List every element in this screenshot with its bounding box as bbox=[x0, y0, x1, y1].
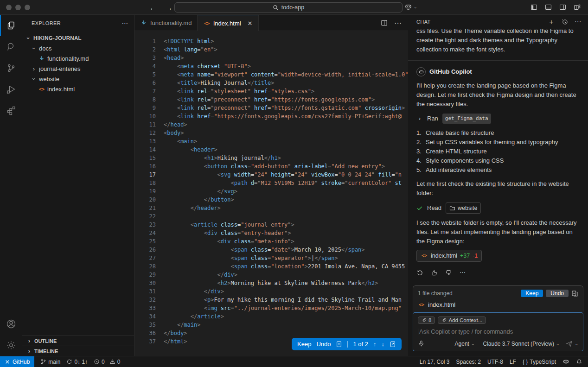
code-line-15[interactable]: 15 <h1>Hiking journal</h1> bbox=[134, 154, 408, 162]
remote-indicator[interactable]: GitHub bbox=[0, 356, 34, 367]
new-chat-icon[interactable]: ＋ bbox=[548, 18, 555, 26]
notifications-bell-icon[interactable] bbox=[576, 359, 582, 365]
code-line-11[interactable]: 11</head> bbox=[134, 120, 408, 129]
code-line-33[interactable]: 33 <img src="../journal-enteries/images/… bbox=[134, 304, 408, 312]
tree-item-root[interactable]: › HIKING-JOURNAL bbox=[22, 33, 134, 43]
code-line-23[interactable]: 23 <article class="journal-entry"> bbox=[134, 221, 408, 229]
code-line-28[interactable]: 28 <span class="location">2201 Imola Ave… bbox=[134, 262, 408, 271]
tab-index-html[interactable]: <> index.html ✕ bbox=[198, 15, 258, 31]
settings-gear-icon[interactable] bbox=[0, 335, 22, 356]
copilot-menu[interactable]: ⌄ bbox=[404, 3, 417, 11]
keep-button[interactable]: Keep bbox=[521, 290, 543, 297]
copilot-status-icon[interactable] bbox=[562, 358, 569, 365]
code-line-4[interactable]: 4 <meta charset="UTF-8"> bbox=[134, 62, 408, 70]
tree-item-index-html[interactable]: <>index.html bbox=[22, 84, 134, 94]
git-branch-status[interactable]: main bbox=[40, 359, 60, 365]
code-line-6[interactable]: 6 <title>Hiking Journal</title> bbox=[134, 79, 408, 87]
code-line-7[interactable]: 7 <link rel="stylesheet" href="styles.cs… bbox=[134, 87, 408, 95]
code-line-34[interactable]: 34 </article> bbox=[134, 312, 408, 321]
close-window-icon[interactable] bbox=[6, 5, 12, 10]
code-line-14[interactable]: 14 <header> bbox=[134, 146, 408, 154]
toggle-secondary-sidebar-icon[interactable] bbox=[559, 4, 566, 11]
customize-layout-icon[interactable] bbox=[574, 4, 581, 11]
keep-button[interactable]: Keep bbox=[297, 341, 311, 348]
edited-file-row[interactable]: <> index.html bbox=[418, 301, 578, 308]
outline-section[interactable]: › OUTLINE bbox=[22, 335, 134, 346]
code-line-5[interactable]: 5 <meta name="viewport" content="width=d… bbox=[134, 70, 408, 79]
code-line-24[interactable]: 24 <div class="entry-header"> bbox=[134, 229, 408, 237]
problems-status[interactable]: 0 0 bbox=[94, 359, 120, 365]
code-line-2[interactable]: 2<html lang="en"> bbox=[134, 45, 408, 54]
code-line-18[interactable]: 18 <path d="M12 5V19M5 12H19" stroke="cu… bbox=[134, 179, 408, 187]
open-diff-icon[interactable] bbox=[390, 341, 396, 348]
explorer-more-icon[interactable]: ⋯ bbox=[122, 19, 128, 27]
extensions-icon[interactable] bbox=[0, 100, 22, 121]
code-line-31[interactable]: 31 </div> bbox=[134, 287, 408, 296]
back-icon[interactable]: ← bbox=[149, 4, 156, 12]
read-tool-row[interactable]: Read website bbox=[416, 202, 580, 214]
chat-more-icon[interactable]: ⋯ bbox=[575, 18, 582, 26]
command-center-search[interactable]: todo-app bbox=[174, 2, 403, 13]
code-line-10[interactable]: 10 <link href="https://fonts.googleapis.… bbox=[134, 112, 408, 120]
language-mode[interactable]: { } TypeScript bbox=[523, 359, 556, 365]
chat-history-icon[interactable] bbox=[562, 19, 568, 25]
tab-functionality-md[interactable]: functionality.md bbox=[134, 15, 198, 31]
toggle-panel-icon[interactable] bbox=[545, 4, 552, 11]
open-changes-icon[interactable] bbox=[336, 341, 342, 348]
code-line-9[interactable]: 9 <link rel="preconnect" href="https://f… bbox=[134, 104, 408, 112]
code-line-1[interactable]: 1<!DOCTYPE html> bbox=[134, 37, 408, 45]
changed-file-chip[interactable]: <> index.html +37 -1 bbox=[416, 250, 482, 262]
code-editor[interactable]: 1<!DOCTYPE html>2<html lang="en">3<head>… bbox=[134, 31, 408, 356]
code-line-20[interactable]: 20 </button> bbox=[134, 196, 408, 204]
editor-more-icon[interactable]: ⋯ bbox=[394, 19, 402, 27]
tree-item-website[interactable]: ›website bbox=[22, 74, 134, 84]
code-line-27[interactable]: 27 <span class="separator">|</span> bbox=[134, 254, 408, 262]
code-line-35[interactable]: 35 </main> bbox=[134, 321, 408, 329]
code-line-19[interactable]: 19 </svg> bbox=[134, 187, 408, 196]
code-line-32[interactable]: 32 <p>For my hike this morning I did the… bbox=[134, 296, 408, 304]
thumbs-up-icon[interactable] bbox=[431, 269, 438, 276]
mode-selector[interactable]: Agent bbox=[455, 341, 469, 347]
code-line-26[interactable]: 26 <span class="date">March 10, 2025</sp… bbox=[134, 246, 408, 254]
chat-input-box[interactable]: 8 Add Context... Ask Copilot or type / f… bbox=[413, 312, 583, 351]
source-control-icon[interactable] bbox=[0, 57, 22, 79]
cursor-position[interactable]: Ln 17, Col 3 bbox=[420, 359, 450, 365]
next-change-icon[interactable]: ↓ bbox=[382, 341, 385, 348]
encoding-setting[interactable]: UTF-8 bbox=[487, 359, 503, 365]
code-line-30[interactable]: 30 <h2>Morning hike at Skyline Wildernes… bbox=[134, 279, 408, 287]
run-debug-icon[interactable] bbox=[0, 79, 22, 100]
code-line-16[interactable]: 16 <button class="add-button" aria-label… bbox=[134, 162, 408, 171]
toggle-sidebar-icon[interactable] bbox=[530, 4, 537, 11]
code-line-25[interactable]: 25 <div class="meta-info"> bbox=[134, 237, 408, 246]
attachments-chip[interactable]: 8 bbox=[418, 316, 435, 324]
undo-button[interactable]: Undo bbox=[546, 290, 569, 297]
model-selector[interactable]: Claude 3.7 Sonnet (Preview) bbox=[483, 341, 554, 347]
split-editor-icon[interactable] bbox=[381, 19, 388, 26]
tree-item-docs[interactable]: ›docs bbox=[22, 43, 134, 53]
search-view-icon[interactable] bbox=[0, 36, 22, 57]
account-icon[interactable] bbox=[0, 313, 22, 335]
code-line-22[interactable]: 22 bbox=[134, 212, 408, 221]
code-line-21[interactable]: 21 </header> bbox=[134, 204, 408, 212]
sync-status[interactable]: 0↓ 1↑ bbox=[66, 359, 88, 365]
microphone-icon[interactable] bbox=[418, 340, 425, 347]
code-line-36[interactable]: 36</body> bbox=[134, 329, 408, 337]
thumbs-down-icon[interactable] bbox=[445, 269, 452, 276]
minimize-window-icon[interactable] bbox=[15, 5, 21, 10]
previous-change-icon[interactable]: ↑ bbox=[373, 341, 377, 348]
explorer-view-icon[interactable] bbox=[0, 15, 22, 36]
undo-button[interactable]: Undo bbox=[316, 341, 331, 348]
send-icon[interactable] bbox=[566, 340, 573, 347]
tool-call-row[interactable]: › Ran get_Figma_data bbox=[416, 114, 580, 124]
code-line-3[interactable]: 3<head> bbox=[134, 54, 408, 62]
chat-input-field[interactable]: Ask Copilot or type / for commands bbox=[418, 328, 578, 335]
code-line-17[interactable]: 17 <svg width="24" height="24" viewBox="… bbox=[134, 171, 408, 179]
add-context-chip[interactable]: Add Context... bbox=[438, 316, 486, 324]
timeline-section[interactable]: › TIMELINE bbox=[22, 346, 134, 356]
code-line-8[interactable]: 8 <link rel="preconnect" href="https://f… bbox=[134, 95, 408, 104]
maximize-window-icon[interactable] bbox=[25, 5, 30, 10]
tree-item-journal-enteries[interactable]: ›journal-enteries bbox=[22, 63, 134, 74]
read-target-chip[interactable]: website bbox=[446, 202, 481, 214]
view-changes-icon[interactable] bbox=[571, 290, 578, 297]
close-icon[interactable]: ✕ bbox=[248, 20, 253, 27]
